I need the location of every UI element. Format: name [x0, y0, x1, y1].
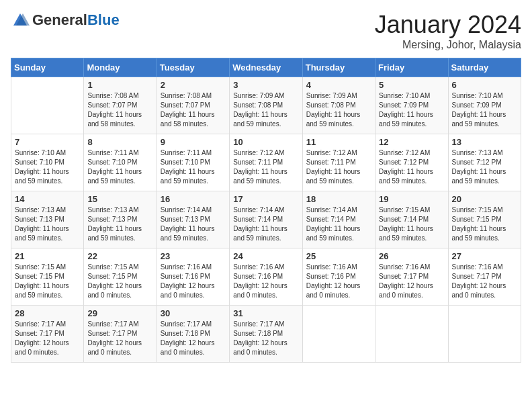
calendar-cell: 11Sunrise: 7:12 AM Sunset: 7:11 PM Dayli…: [302, 134, 375, 191]
calendar-cell: 19Sunrise: 7:15 AM Sunset: 7:14 PM Dayli…: [375, 191, 448, 248]
calendar-cell: 22Sunrise: 7:15 AM Sunset: 7:15 PM Dayli…: [84, 248, 157, 306]
calendar-cell: 26Sunrise: 7:16 AM Sunset: 7:17 PM Dayli…: [375, 248, 448, 306]
day-number: 31: [233, 308, 298, 318]
day-info: Sunrise: 7:15 AM Sunset: 7:14 PM Dayligh…: [379, 205, 444, 243]
day-info: Sunrise: 7:09 AM Sunset: 7:08 PM Dayligh…: [306, 91, 371, 129]
weekday-header: Monday: [84, 58, 157, 77]
calendar-cell: 16Sunrise: 7:14 AM Sunset: 7:13 PM Dayli…: [157, 191, 229, 248]
day-info: Sunrise: 7:12 AM Sunset: 7:12 PM Dayligh…: [379, 148, 444, 186]
day-number: 29: [87, 308, 152, 318]
calendar-week-row: 7Sunrise: 7:10 AM Sunset: 7:10 PM Daylig…: [11, 134, 521, 191]
logo-general: General: [32, 11, 87, 29]
calendar-cell: 8Sunrise: 7:11 AM Sunset: 7:10 PM Daylig…: [84, 134, 157, 191]
day-number: 6: [452, 80, 517, 90]
day-number: 8: [87, 137, 152, 147]
weekday-header-row: SundayMondayTuesdayWednesdayThursdayFrid…: [11, 58, 521, 77]
day-number: 3: [233, 80, 298, 90]
calendar-cell: 3Sunrise: 7:09 AM Sunset: 7:08 PM Daylig…: [230, 77, 302, 134]
logo: General Blue: [11, 11, 120, 30]
day-info: Sunrise: 7:16 AM Sunset: 7:16 PM Dayligh…: [306, 263, 371, 300]
day-number: 24: [233, 251, 298, 261]
day-number: 5: [379, 80, 444, 90]
calendar-cell: 12Sunrise: 7:12 AM Sunset: 7:12 PM Dayli…: [375, 134, 448, 191]
calendar-cell: 1Sunrise: 7:08 AM Sunset: 7:07 PM Daylig…: [84, 77, 157, 134]
day-number: 22: [87, 251, 152, 261]
calendar-cell: 15Sunrise: 7:13 AM Sunset: 7:13 PM Dayli…: [84, 191, 157, 248]
day-number: 4: [306, 80, 371, 90]
calendar-cell: 20Sunrise: 7:15 AM Sunset: 7:15 PM Dayli…: [448, 191, 521, 248]
month-year-title: January 2024: [375, 11, 521, 39]
day-number: 12: [379, 137, 444, 147]
day-info: Sunrise: 7:16 AM Sunset: 7:17 PM Dayligh…: [452, 263, 517, 300]
day-number: 21: [15, 251, 80, 261]
calendar-cell: 18Sunrise: 7:14 AM Sunset: 7:14 PM Dayli…: [302, 191, 375, 248]
logo-blue: Blue: [87, 11, 120, 29]
day-info: Sunrise: 7:17 AM Sunset: 7:18 PM Dayligh…: [233, 320, 298, 357]
day-info: Sunrise: 7:15 AM Sunset: 7:15 PM Dayligh…: [452, 205, 517, 243]
calendar-cell: 29Sunrise: 7:17 AM Sunset: 7:17 PM Dayli…: [84, 306, 157, 363]
day-number: 2: [161, 80, 226, 90]
day-info: Sunrise: 7:10 AM Sunset: 7:10 PM Dayligh…: [15, 148, 80, 186]
calendar-cell: [11, 77, 84, 134]
day-info: Sunrise: 7:15 AM Sunset: 7:15 PM Dayligh…: [15, 263, 80, 300]
page-header: General Blue January 2024 Mersing, Johor…: [11, 11, 521, 51]
day-number: 1: [87, 80, 152, 90]
calendar-cell: 13Sunrise: 7:13 AM Sunset: 7:12 PM Dayli…: [448, 134, 521, 191]
day-info: Sunrise: 7:12 AM Sunset: 7:11 PM Dayligh…: [233, 148, 298, 186]
calendar-cell: 24Sunrise: 7:16 AM Sunset: 7:16 PM Dayli…: [230, 248, 302, 306]
day-info: Sunrise: 7:08 AM Sunset: 7:07 PM Dayligh…: [161, 91, 226, 129]
calendar-cell: 10Sunrise: 7:12 AM Sunset: 7:11 PM Dayli…: [230, 134, 302, 191]
day-number: 16: [161, 194, 226, 204]
calendar-cell: [302, 306, 375, 363]
day-number: 15: [87, 194, 152, 204]
calendar-cell: 17Sunrise: 7:14 AM Sunset: 7:14 PM Dayli…: [230, 191, 302, 248]
day-number: 28: [15, 308, 80, 318]
location-subtitle: Mersing, Johor, Malaysia: [375, 39, 521, 51]
day-number: 11: [306, 137, 371, 147]
weekday-header: Tuesday: [157, 58, 229, 77]
day-number: 17: [233, 194, 298, 204]
day-info: Sunrise: 7:13 AM Sunset: 7:13 PM Dayligh…: [15, 205, 80, 243]
day-info: Sunrise: 7:16 AM Sunset: 7:16 PM Dayligh…: [233, 263, 298, 300]
day-number: 23: [161, 251, 226, 261]
day-info: Sunrise: 7:08 AM Sunset: 7:07 PM Dayligh…: [87, 91, 152, 129]
day-number: 20: [452, 194, 517, 204]
calendar-cell: 5Sunrise: 7:10 AM Sunset: 7:09 PM Daylig…: [375, 77, 448, 134]
day-info: Sunrise: 7:09 AM Sunset: 7:08 PM Dayligh…: [233, 91, 298, 129]
day-info: Sunrise: 7:11 AM Sunset: 7:10 PM Dayligh…: [87, 148, 152, 186]
weekday-header: Sunday: [11, 58, 84, 77]
day-number: 9: [161, 137, 226, 147]
day-info: Sunrise: 7:16 AM Sunset: 7:17 PM Dayligh…: [379, 263, 444, 300]
calendar-week-row: 28Sunrise: 7:17 AM Sunset: 7:17 PM Dayli…: [11, 306, 521, 363]
calendar-cell: [448, 306, 521, 363]
day-info: Sunrise: 7:11 AM Sunset: 7:10 PM Dayligh…: [161, 148, 226, 186]
day-number: 25: [306, 251, 371, 261]
logo-icon: [11, 11, 30, 30]
weekday-header: Thursday: [302, 58, 375, 77]
calendar-cell: 31Sunrise: 7:17 AM Sunset: 7:18 PM Dayli…: [230, 306, 302, 363]
weekday-header: Wednesday: [230, 58, 302, 77]
day-info: Sunrise: 7:16 AM Sunset: 7:16 PM Dayligh…: [161, 263, 226, 300]
day-number: 19: [379, 194, 444, 204]
calendar-cell: 4Sunrise: 7:09 AM Sunset: 7:08 PM Daylig…: [302, 77, 375, 134]
calendar-cell: 9Sunrise: 7:11 AM Sunset: 7:10 PM Daylig…: [157, 134, 229, 191]
calendar-cell: [375, 306, 448, 363]
day-number: 18: [306, 194, 371, 204]
day-number: 30: [161, 308, 226, 318]
calendar-cell: 25Sunrise: 7:16 AM Sunset: 7:16 PM Dayli…: [302, 248, 375, 306]
day-number: 10: [233, 137, 298, 147]
weekday-header: Friday: [375, 58, 448, 77]
calendar-week-row: 1Sunrise: 7:08 AM Sunset: 7:07 PM Daylig…: [11, 77, 521, 134]
calendar-cell: 23Sunrise: 7:16 AM Sunset: 7:16 PM Dayli…: [157, 248, 229, 306]
calendar-cell: 27Sunrise: 7:16 AM Sunset: 7:17 PM Dayli…: [448, 248, 521, 306]
day-info: Sunrise: 7:17 AM Sunset: 7:17 PM Dayligh…: [87, 320, 152, 357]
day-number: 13: [452, 137, 517, 147]
day-info: Sunrise: 7:14 AM Sunset: 7:14 PM Dayligh…: [306, 205, 371, 243]
day-info: Sunrise: 7:15 AM Sunset: 7:15 PM Dayligh…: [87, 263, 152, 300]
day-number: 27: [452, 251, 517, 261]
day-info: Sunrise: 7:10 AM Sunset: 7:09 PM Dayligh…: [452, 91, 517, 129]
day-number: 7: [15, 137, 80, 147]
calendar-cell: 14Sunrise: 7:13 AM Sunset: 7:13 PM Dayli…: [11, 191, 84, 248]
day-info: Sunrise: 7:14 AM Sunset: 7:14 PM Dayligh…: [233, 205, 298, 243]
calendar-cell: 6Sunrise: 7:10 AM Sunset: 7:09 PM Daylig…: [448, 77, 521, 134]
